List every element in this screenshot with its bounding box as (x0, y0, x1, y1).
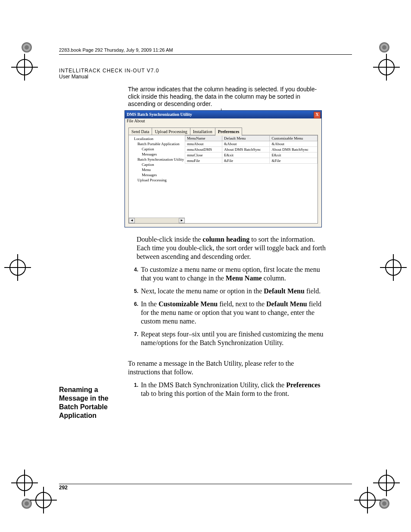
text: In the (141, 300, 159, 308)
screenshot-dms-batch-sync: DMS Batch Synchronization Utility X File… (125, 110, 322, 227)
tree-node[interactable]: Localization (130, 136, 185, 141)
text: In the DMS Batch Synchronization Utility… (141, 381, 286, 389)
table-header-row: MenuName Default Menu Customizable Menu (185, 136, 318, 141)
crop-dot-icon (378, 41, 390, 53)
tree-node[interactable]: Messages (130, 172, 185, 177)
tree-node[interactable]: Messages (130, 152, 185, 157)
step-5: 5. Next, locate the menu name or option … (128, 287, 326, 296)
registration-mark-icon (354, 487, 381, 513)
book-header: 2283.book Page 292 Thursday, July 9, 200… (59, 47, 352, 53)
table-row[interactable]: mnuFile&File&File (185, 158, 318, 164)
cell: E&xit (222, 152, 270, 158)
tabstrip: Send DataUpload ProcessingInstallationPr… (125, 126, 321, 135)
lead-paragraph: The arrow indicates that the column head… (128, 86, 326, 108)
cell: E&xit (270, 152, 318, 158)
footer-rule (59, 484, 352, 484)
svg-point-5 (382, 45, 386, 50)
svg-point-8 (25, 501, 29, 506)
text-bold: Customizable Menu (159, 300, 218, 308)
step-number: 4. (128, 265, 141, 283)
step-number: 1. (128, 381, 141, 398)
cell: About DMS BatchSync (222, 147, 270, 152)
tree-node[interactable]: Caption (130, 146, 185, 152)
registration-mark-icon (30, 487, 57, 513)
after-shot-paragraph: Double-click inside the column heading t… (137, 235, 326, 261)
cell: mnuAbout (185, 141, 222, 147)
crop-dot-icon (21, 41, 33, 53)
registration-mark-icon (11, 54, 38, 81)
text: Double-click inside the (137, 236, 202, 243)
section2-intro: To rename a message in the Batch Utility… (128, 359, 326, 376)
scroll-left-icon[interactable]: ◄ (129, 218, 135, 223)
cell: mnuAboutDMS (185, 147, 222, 152)
step-4: 4. To customize a menu name or menu opti… (128, 265, 326, 283)
cell: mnuFile (185, 158, 222, 164)
svg-point-2 (25, 45, 29, 50)
col-custommenu[interactable]: Customizable Menu (270, 136, 318, 141)
registration-mark-icon (380, 254, 407, 281)
text-bold: Default Menu (266, 300, 307, 308)
cell: &File (270, 158, 318, 164)
running-head-title: INTELLITRACK CHECK IN-OUT V7.0 (59, 68, 352, 74)
step-7: 7. Repeat steps four–six until you are f… (128, 330, 326, 347)
text: tab to bring this portion of the Main fo… (141, 390, 289, 397)
window-menubar[interactable]: File About (125, 118, 321, 124)
cell: &About (222, 141, 270, 147)
tree-node[interactable]: Caption (130, 162, 185, 167)
cell: About DMS BatchSync (270, 147, 318, 152)
page-number: 292 (59, 485, 68, 491)
step-number: 6. (128, 300, 141, 326)
tree-node[interactable]: Batch Portable Application (130, 141, 185, 146)
scroll-right-icon[interactable]: ► (179, 218, 185, 223)
text: column. (262, 274, 286, 282)
svg-point-11 (382, 501, 386, 506)
table-row[interactable]: mnuAbout&About&About (185, 141, 318, 147)
registration-mark-icon (373, 54, 400, 81)
tree-node[interactable]: Menu (130, 167, 185, 172)
text-bold: Menu Name (226, 274, 262, 282)
step-number: 7. (128, 330, 141, 347)
running-head-sub: User Manual (59, 74, 352, 80)
tree-panel[interactable]: Localization Batch Portable Application … (129, 135, 185, 223)
text-bold: column heading (202, 236, 249, 243)
text: field. (305, 287, 321, 295)
table-row[interactable]: mnuCloseE&xitE&xit (185, 152, 318, 158)
tree-hscrollbar[interactable]: ◄ ► (129, 218, 185, 223)
header-rule (59, 54, 352, 55)
tab-preferences[interactable]: Preferences (215, 128, 243, 136)
text: Repeat steps four–six until you are fini… (141, 330, 326, 347)
tree-node[interactable]: Batch Synchronization Utility (130, 157, 185, 162)
cell: &File (222, 158, 270, 164)
registration-mark-icon (4, 254, 31, 281)
text-bold: Default Menu (264, 287, 305, 295)
text: field, next to the (218, 300, 266, 308)
window-titlebar: DMS Batch Synchronization Utility X (125, 111, 321, 118)
close-icon[interactable]: X (314, 112, 321, 118)
side-heading: Renaming a Message in the Batch Portable… (59, 386, 124, 420)
text-bold: Preferences (286, 381, 320, 389)
text: Next, locate the menu name or option in … (141, 287, 264, 295)
table-row[interactable]: mnuAboutDMSAbout DMS BatchSyncAbout DMS … (185, 147, 318, 152)
step-number: 5. (128, 287, 141, 296)
col-menuname[interactable]: MenuName (185, 136, 222, 141)
col-defaultmenu[interactable]: Default Menu (222, 136, 270, 141)
step-6: 6. In the Customizable Menu field, next … (128, 300, 326, 326)
section2-step-1: 1. In the DMS Batch Synchronization Util… (128, 381, 326, 398)
tree-node[interactable]: Upload Processing (130, 177, 185, 183)
grid-panel: MenuName Default Menu Customizable Menu … (185, 135, 318, 223)
cell: mnuClose (185, 152, 222, 158)
menu-grid: MenuName Default Menu Customizable Menu … (185, 135, 318, 164)
cell: &About (270, 141, 318, 147)
window-title: DMS Batch Synchronization Utility (127, 112, 192, 117)
